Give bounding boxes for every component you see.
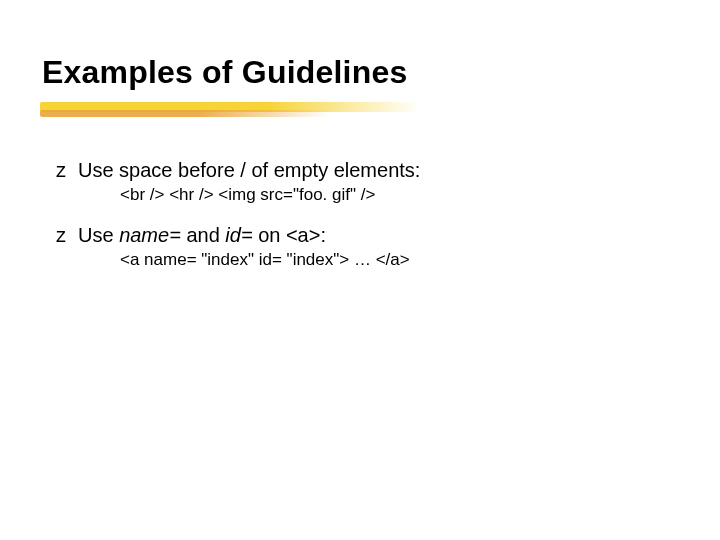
underline-yellow-stroke <box>40 102 420 112</box>
bullet-item: zUse space before / of empty elements: <… <box>56 158 676 205</box>
bullet-line: zUse space before / of empty elements: <box>56 158 676 183</box>
bullet-item: zUse name= and id= on <a>: <a name= "ind… <box>56 223 676 270</box>
title-underline-decoration <box>40 102 420 120</box>
bullet-text-italic: id= <box>225 224 252 246</box>
bullet-marker-icon: z <box>56 223 78 248</box>
bullet-line: zUse name= and id= on <a>: <box>56 223 676 248</box>
bullet-subtext: <a name= "index" id= "index"> … </a> <box>120 250 676 270</box>
bullet-text-part: on <a>: <box>253 224 326 246</box>
bullet-subtext: <br /> <hr /> <img src="foo. gif" /> <box>120 185 676 205</box>
bullet-marker-icon: z <box>56 158 78 183</box>
bullet-text-part: Use <box>78 224 119 246</box>
bullet-text-italic: name= <box>119 224 181 246</box>
underline-orange-stroke <box>40 110 330 117</box>
slide: Examples of Guidelines zUse space before… <box>0 0 720 540</box>
bullet-text-part: and <box>181 224 225 246</box>
bullet-text: Use space before / of empty elements: <box>78 159 420 181</box>
slide-title: Examples of Guidelines <box>42 54 407 91</box>
slide-body: zUse space before / of empty elements: <… <box>56 158 676 288</box>
